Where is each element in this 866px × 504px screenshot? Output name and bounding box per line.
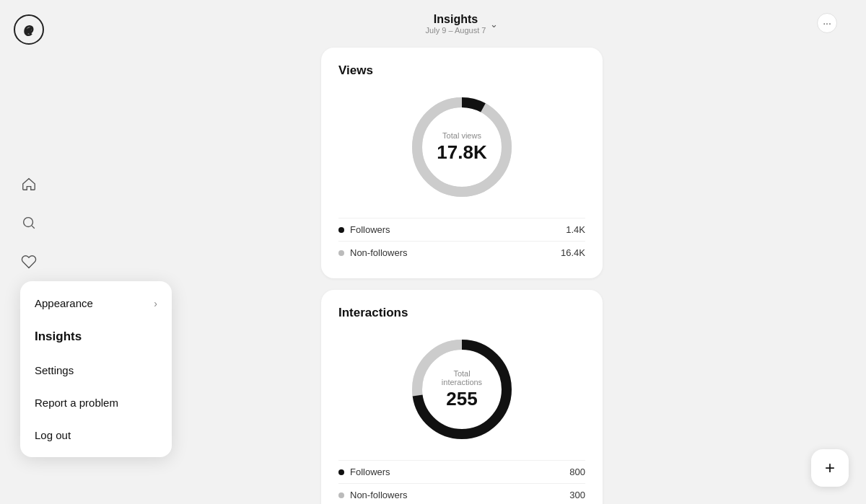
views-total-label: Total views xyxy=(437,131,486,140)
interactions-donut-chart: Total interactions 255 xyxy=(404,332,520,447)
followers-value: 1.4K xyxy=(566,224,585,235)
int-followers-value: 800 xyxy=(569,467,585,477)
threads-logo[interactable]: @ xyxy=(14,14,44,45)
views-donut-chart: Total views 17.8K xyxy=(404,89,520,205)
views-nonfollowers-label-group: Non-followers xyxy=(338,247,407,258)
interactions-followers-label-group: Followers xyxy=(338,467,390,477)
dropdown-menu: Appearance › Insights Settings Report a … xyxy=(20,281,172,457)
interactions-card-title: Interactions xyxy=(338,306,585,320)
interactions-total-label: Total interactions xyxy=(433,369,491,386)
main-content: Insights July 9 – August 7 ⌄ ··· Views T… xyxy=(58,0,866,504)
interactions-nonfollowers-legend: Non-followers 300 xyxy=(338,483,585,504)
interactions-donut-label: Total interactions 255 xyxy=(433,369,491,410)
interactions-nonfollowers-label-group: Non-followers xyxy=(338,490,407,500)
interactions-donut-container: Total interactions 255 xyxy=(338,332,585,447)
page-title: Insights xyxy=(434,13,478,26)
views-card: Views Total views 17.8K F xyxy=(321,48,603,278)
appearance-label: Appearance xyxy=(35,297,93,309)
insights-label: Insights xyxy=(35,330,82,344)
dropdown-item-insights[interactable]: Insights xyxy=(20,319,172,354)
views-nonfollowers-legend: Non-followers 16.4K xyxy=(338,241,585,264)
interactions-total-value: 255 xyxy=(433,388,491,410)
interactions-card: Interactions Total interactions 255 xyxy=(321,290,603,504)
page-header: Insights July 9 – August 7 ⌄ ··· xyxy=(72,13,852,35)
dropdown-item-settings[interactable]: Settings xyxy=(20,354,172,386)
int-followers-label: Followers xyxy=(350,467,390,477)
chevron-down-icon[interactable]: ⌄ xyxy=(490,19,498,30)
views-total-value: 17.8K xyxy=(437,141,486,164)
plus-icon: + xyxy=(825,458,835,478)
header-title-block: Insights July 9 – August 7 xyxy=(426,13,486,35)
interactions-followers-legend: Followers 800 xyxy=(338,460,585,483)
date-range: July 9 – August 7 xyxy=(426,26,486,35)
followers-dot xyxy=(338,227,344,233)
int-nonfollowers-value: 300 xyxy=(569,490,585,500)
int-followers-dot xyxy=(338,469,344,475)
int-nonfollowers-dot xyxy=(338,492,344,498)
dropdown-item-appearance[interactable]: Appearance › xyxy=(20,287,172,319)
home-icon[interactable] xyxy=(19,174,38,193)
int-nonfollowers-label: Non-followers xyxy=(350,490,407,500)
svg-point-1 xyxy=(24,218,33,227)
views-donut-container: Total views 17.8K xyxy=(338,89,585,205)
views-donut-label: Total views 17.8K xyxy=(437,131,486,164)
views-followers-label-group: Followers xyxy=(338,224,390,235)
nonfollowers-value: 16.4K xyxy=(561,247,585,258)
nonfollowers-dot xyxy=(338,250,344,256)
logout-label: Log out xyxy=(35,429,71,441)
report-label: Report a problem xyxy=(35,397,118,409)
views-followers-legend: Followers 1.4K xyxy=(338,218,585,241)
chevron-right-icon: › xyxy=(154,298,157,309)
views-card-title: Views xyxy=(338,63,585,78)
settings-label: Settings xyxy=(35,364,74,376)
more-options-button[interactable]: ··· xyxy=(817,13,837,33)
search-icon[interactable] xyxy=(19,213,38,232)
dropdown-item-report[interactable]: Report a problem xyxy=(20,386,172,419)
dropdown-item-logout[interactable]: Log out xyxy=(20,419,172,451)
activity-icon[interactable] xyxy=(19,252,38,271)
create-fab[interactable]: + xyxy=(811,449,849,487)
followers-label: Followers xyxy=(350,224,390,235)
nonfollowers-label: Non-followers xyxy=(350,247,407,258)
svg-text:@: @ xyxy=(25,25,34,35)
